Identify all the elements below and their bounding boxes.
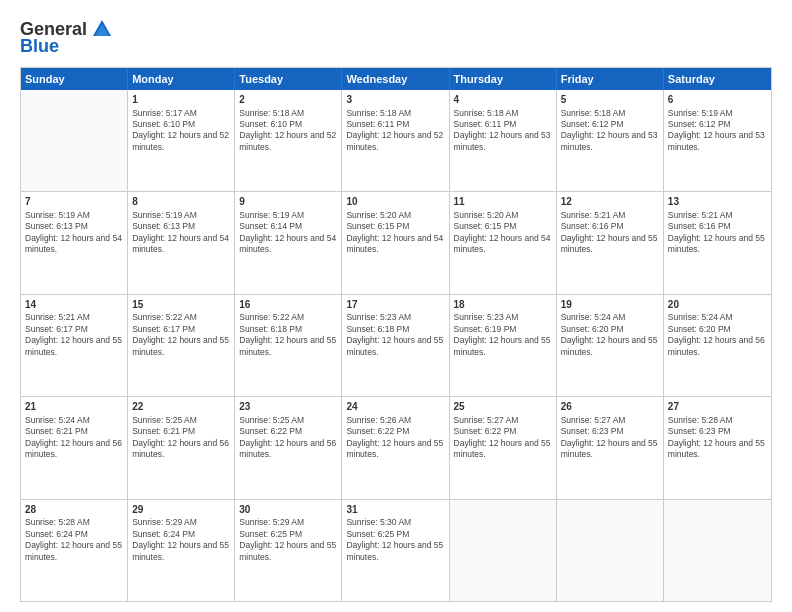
day-number: 20 <box>668 298 767 312</box>
calendar: SundayMondayTuesdayWednesdayThursdayFrid… <box>20 67 772 602</box>
header-day-monday: Monday <box>128 68 235 90</box>
day-info: Sunrise: 5:17 AM Sunset: 6:10 PM Dayligh… <box>132 108 230 154</box>
day-cell-1: 1Sunrise: 5:17 AM Sunset: 6:10 PM Daylig… <box>128 90 235 191</box>
day-cell-5: 5Sunrise: 5:18 AM Sunset: 6:12 PM Daylig… <box>557 90 664 191</box>
day-cell-20: 20Sunrise: 5:24 AM Sunset: 6:20 PM Dayli… <box>664 295 771 396</box>
day-number: 17 <box>346 298 444 312</box>
day-cell-26: 26Sunrise: 5:27 AM Sunset: 6:23 PM Dayli… <box>557 397 664 498</box>
empty-cell <box>21 90 128 191</box>
day-info: Sunrise: 5:19 AM Sunset: 6:13 PM Dayligh… <box>25 210 123 256</box>
day-info: Sunrise: 5:19 AM Sunset: 6:13 PM Dayligh… <box>132 210 230 256</box>
day-number: 30 <box>239 503 337 517</box>
day-number: 9 <box>239 195 337 209</box>
day-info: Sunrise: 5:23 AM Sunset: 6:18 PM Dayligh… <box>346 312 444 358</box>
day-number: 4 <box>454 93 552 107</box>
day-info: Sunrise: 5:21 AM Sunset: 6:16 PM Dayligh… <box>668 210 767 256</box>
empty-cell <box>557 500 664 601</box>
header-day-sunday: Sunday <box>21 68 128 90</box>
logo-blue: Blue <box>20 36 59 57</box>
day-number: 25 <box>454 400 552 414</box>
day-info: Sunrise: 5:28 AM Sunset: 6:23 PM Dayligh… <box>668 415 767 461</box>
day-info: Sunrise: 5:23 AM Sunset: 6:19 PM Dayligh… <box>454 312 552 358</box>
day-cell-18: 18Sunrise: 5:23 AM Sunset: 6:19 PM Dayli… <box>450 295 557 396</box>
day-info: Sunrise: 5:21 AM Sunset: 6:16 PM Dayligh… <box>561 210 659 256</box>
day-number: 10 <box>346 195 444 209</box>
day-cell-19: 19Sunrise: 5:24 AM Sunset: 6:20 PM Dayli… <box>557 295 664 396</box>
day-info: Sunrise: 5:19 AM Sunset: 6:12 PM Dayligh… <box>668 108 767 154</box>
day-cell-25: 25Sunrise: 5:27 AM Sunset: 6:22 PM Dayli… <box>450 397 557 498</box>
day-cell-16: 16Sunrise: 5:22 AM Sunset: 6:18 PM Dayli… <box>235 295 342 396</box>
calendar-week-5: 28Sunrise: 5:28 AM Sunset: 6:24 PM Dayli… <box>21 499 771 601</box>
day-info: Sunrise: 5:22 AM Sunset: 6:18 PM Dayligh… <box>239 312 337 358</box>
day-info: Sunrise: 5:25 AM Sunset: 6:21 PM Dayligh… <box>132 415 230 461</box>
day-info: Sunrise: 5:27 AM Sunset: 6:22 PM Dayligh… <box>454 415 552 461</box>
day-info: Sunrise: 5:30 AM Sunset: 6:25 PM Dayligh… <box>346 517 444 563</box>
day-number: 11 <box>454 195 552 209</box>
day-cell-11: 11Sunrise: 5:20 AM Sunset: 6:15 PM Dayli… <box>450 192 557 293</box>
day-cell-9: 9Sunrise: 5:19 AM Sunset: 6:14 PM Daylig… <box>235 192 342 293</box>
day-info: Sunrise: 5:28 AM Sunset: 6:24 PM Dayligh… <box>25 517 123 563</box>
day-number: 29 <box>132 503 230 517</box>
day-number: 16 <box>239 298 337 312</box>
day-cell-31: 31Sunrise: 5:30 AM Sunset: 6:25 PM Dayli… <box>342 500 449 601</box>
day-number: 7 <box>25 195 123 209</box>
day-number: 14 <box>25 298 123 312</box>
day-cell-29: 29Sunrise: 5:29 AM Sunset: 6:24 PM Dayli… <box>128 500 235 601</box>
day-cell-23: 23Sunrise: 5:25 AM Sunset: 6:22 PM Dayli… <box>235 397 342 498</box>
day-info: Sunrise: 5:22 AM Sunset: 6:17 PM Dayligh… <box>132 312 230 358</box>
day-info: Sunrise: 5:20 AM Sunset: 6:15 PM Dayligh… <box>346 210 444 256</box>
empty-cell <box>450 500 557 601</box>
day-info: Sunrise: 5:25 AM Sunset: 6:22 PM Dayligh… <box>239 415 337 461</box>
day-number: 26 <box>561 400 659 414</box>
day-info: Sunrise: 5:26 AM Sunset: 6:22 PM Dayligh… <box>346 415 444 461</box>
day-info: Sunrise: 5:18 AM Sunset: 6:10 PM Dayligh… <box>239 108 337 154</box>
day-cell-8: 8Sunrise: 5:19 AM Sunset: 6:13 PM Daylig… <box>128 192 235 293</box>
header-day-wednesday: Wednesday <box>342 68 449 90</box>
header-day-saturday: Saturday <box>664 68 771 90</box>
day-info: Sunrise: 5:29 AM Sunset: 6:24 PM Dayligh… <box>132 517 230 563</box>
day-cell-7: 7Sunrise: 5:19 AM Sunset: 6:13 PM Daylig… <box>21 192 128 293</box>
calendar-week-3: 14Sunrise: 5:21 AM Sunset: 6:17 PM Dayli… <box>21 294 771 396</box>
day-number: 8 <box>132 195 230 209</box>
header-day-thursday: Thursday <box>450 68 557 90</box>
day-number: 12 <box>561 195 659 209</box>
day-cell-6: 6Sunrise: 5:19 AM Sunset: 6:12 PM Daylig… <box>664 90 771 191</box>
day-number: 31 <box>346 503 444 517</box>
day-number: 5 <box>561 93 659 107</box>
day-info: Sunrise: 5:24 AM Sunset: 6:20 PM Dayligh… <box>561 312 659 358</box>
day-info: Sunrise: 5:27 AM Sunset: 6:23 PM Dayligh… <box>561 415 659 461</box>
logo-icon <box>91 18 113 40</box>
day-info: Sunrise: 5:18 AM Sunset: 6:11 PM Dayligh… <box>346 108 444 154</box>
day-cell-14: 14Sunrise: 5:21 AM Sunset: 6:17 PM Dayli… <box>21 295 128 396</box>
day-number: 19 <box>561 298 659 312</box>
day-number: 1 <box>132 93 230 107</box>
day-cell-28: 28Sunrise: 5:28 AM Sunset: 6:24 PM Dayli… <box>21 500 128 601</box>
day-info: Sunrise: 5:24 AM Sunset: 6:20 PM Dayligh… <box>668 312 767 358</box>
day-info: Sunrise: 5:21 AM Sunset: 6:17 PM Dayligh… <box>25 312 123 358</box>
header: General Blue <box>20 18 772 57</box>
day-cell-15: 15Sunrise: 5:22 AM Sunset: 6:17 PM Dayli… <box>128 295 235 396</box>
day-cell-24: 24Sunrise: 5:26 AM Sunset: 6:22 PM Dayli… <box>342 397 449 498</box>
empty-cell <box>664 500 771 601</box>
day-number: 21 <box>25 400 123 414</box>
day-number: 23 <box>239 400 337 414</box>
day-number: 22 <box>132 400 230 414</box>
day-info: Sunrise: 5:24 AM Sunset: 6:21 PM Dayligh… <box>25 415 123 461</box>
day-number: 18 <box>454 298 552 312</box>
day-number: 27 <box>668 400 767 414</box>
day-cell-21: 21Sunrise: 5:24 AM Sunset: 6:21 PM Dayli… <box>21 397 128 498</box>
day-number: 15 <box>132 298 230 312</box>
day-number: 3 <box>346 93 444 107</box>
day-cell-10: 10Sunrise: 5:20 AM Sunset: 6:15 PM Dayli… <box>342 192 449 293</box>
day-number: 2 <box>239 93 337 107</box>
day-cell-2: 2Sunrise: 5:18 AM Sunset: 6:10 PM Daylig… <box>235 90 342 191</box>
header-day-tuesday: Tuesday <box>235 68 342 90</box>
day-info: Sunrise: 5:20 AM Sunset: 6:15 PM Dayligh… <box>454 210 552 256</box>
day-cell-4: 4Sunrise: 5:18 AM Sunset: 6:11 PM Daylig… <box>450 90 557 191</box>
day-cell-12: 12Sunrise: 5:21 AM Sunset: 6:16 PM Dayli… <box>557 192 664 293</box>
day-number: 28 <box>25 503 123 517</box>
calendar-week-2: 7Sunrise: 5:19 AM Sunset: 6:13 PM Daylig… <box>21 191 771 293</box>
header-day-friday: Friday <box>557 68 664 90</box>
day-number: 13 <box>668 195 767 209</box>
day-cell-30: 30Sunrise: 5:29 AM Sunset: 6:25 PM Dayli… <box>235 500 342 601</box>
